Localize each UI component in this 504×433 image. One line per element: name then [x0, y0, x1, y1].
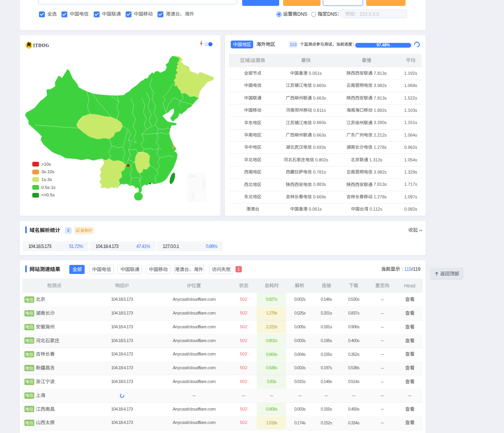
svg-text:WWW.ITDOG.CN: WWW.ITDOG.CN: [33, 47, 48, 48]
